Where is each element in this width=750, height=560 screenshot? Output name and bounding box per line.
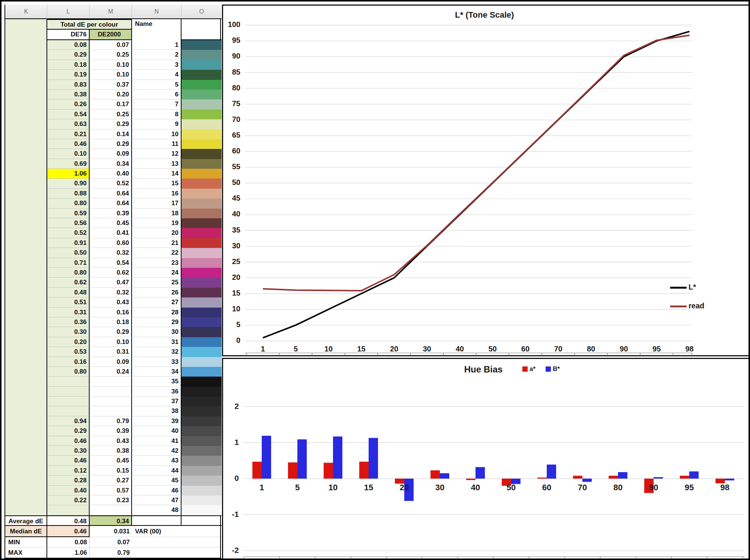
- cell-name-10[interactable]: 10: [132, 129, 182, 139]
- cell-name-22[interactable]: 22: [132, 248, 182, 258]
- color-swatch-30[interactable]: [182, 327, 222, 337]
- cell-name-38[interactable]: 38: [132, 406, 182, 416]
- min-de2000[interactable]: 0.07: [90, 537, 132, 548]
- cell-de2000-37[interactable]: [90, 396, 132, 406]
- swatch-header-cell[interactable]: [182, 19, 222, 40]
- cell-de76-48[interactable]: [47, 505, 90, 515]
- color-swatch-26[interactable]: [182, 288, 222, 297]
- cell-name-26[interactable]: 26: [132, 288, 182, 297]
- cell-name-36[interactable]: 36: [132, 387, 182, 396]
- cell-de76-38[interactable]: [47, 406, 90, 416]
- cell-de2000-43[interactable]: 0.45: [90, 456, 132, 465]
- cell-name-21[interactable]: 21: [132, 238, 182, 248]
- color-swatch-46[interactable]: [182, 486, 222, 495]
- cell-de76-36[interactable]: [47, 387, 90, 396]
- cell-name-6[interactable]: 6: [132, 90, 182, 99]
- color-swatch-16[interactable]: [182, 189, 222, 198]
- color-swatch-21[interactable]: [182, 238, 222, 248]
- max-spacer-o[interactable]: [182, 548, 222, 558]
- cell-de76-37[interactable]: [47, 396, 90, 406]
- cell-de76-9[interactable]: 0.63: [47, 119, 90, 129]
- cell-de76-21[interactable]: 0.91: [47, 238, 90, 248]
- cell-de76-23[interactable]: 0.71: [47, 258, 90, 268]
- cell-name-45[interactable]: 45: [132, 476, 182, 485]
- cell-de76-41[interactable]: 0.46: [47, 436, 90, 446]
- cell-de2000-26[interactable]: 0.32: [90, 288, 132, 297]
- cell-de76-27[interactable]: 0.51: [47, 297, 90, 307]
- color-swatch-33[interactable]: [182, 357, 222, 367]
- cell-de2000-40[interactable]: 0.39: [90, 426, 132, 436]
- cell-de76-44[interactable]: 0.12: [47, 466, 90, 476]
- cell-name-20[interactable]: 20: [132, 228, 182, 238]
- cell-de2000-19[interactable]: 0.45: [90, 218, 132, 228]
- cell-de76-34[interactable]: 0.80: [47, 367, 90, 377]
- cell-de76-28[interactable]: 0.31: [47, 308, 90, 317]
- color-swatch-15[interactable]: [182, 179, 222, 188]
- de76-header[interactable]: DE76: [47, 30, 90, 40]
- average-label[interactable]: Average dE: [5, 515, 47, 526]
- cell-de76-33[interactable]: 0.16: [47, 357, 90, 367]
- cell-de76-11[interactable]: 0.46: [47, 139, 90, 149]
- min-spacer[interactable]: [132, 537, 182, 548]
- cell-de2000-8[interactable]: 0.25: [90, 110, 132, 119]
- min-de76[interactable]: 0.08: [47, 537, 90, 548]
- median-spacer-o[interactable]: [182, 526, 222, 537]
- color-swatch-43[interactable]: [182, 456, 222, 465]
- median-de2000[interactable]: 0.031: [90, 526, 132, 537]
- cell-de2000-33[interactable]: 0.09: [90, 357, 132, 367]
- cell-name-3[interactable]: 3: [132, 60, 182, 70]
- cell-de2000-18[interactable]: 0.39: [90, 209, 132, 218]
- cell-de76-20[interactable]: 0.52: [47, 228, 90, 238]
- cell-de2000-15[interactable]: 0.52: [90, 179, 132, 188]
- color-swatch-13[interactable]: [182, 159, 222, 169]
- cell-name-28[interactable]: 28: [132, 308, 182, 317]
- cell-de2000-3[interactable]: 0.10: [90, 60, 132, 70]
- color-swatch-10[interactable]: [182, 129, 222, 139]
- cell-de2000-39[interactable]: 0.79: [90, 416, 132, 426]
- color-swatch-36[interactable]: [182, 387, 222, 396]
- cell-de76-3[interactable]: 0.18: [47, 60, 90, 70]
- cell-de76-2[interactable]: 0.29: [47, 50, 90, 60]
- cell-de76-5[interactable]: 0.83: [47, 80, 90, 90]
- cell-name-30[interactable]: 30: [132, 327, 182, 337]
- cell-name-13[interactable]: 13: [132, 159, 182, 169]
- color-swatch-4[interactable]: [182, 70, 222, 80]
- cell-de2000-44[interactable]: 0.15: [90, 466, 132, 476]
- cell-de76-31[interactable]: 0.20: [47, 337, 90, 347]
- color-swatch-38[interactable]: [182, 406, 222, 416]
- cell-de76-13[interactable]: 0.69: [47, 159, 90, 169]
- cell-de76-18[interactable]: 0.59: [47, 209, 90, 218]
- cell-de2000-9[interactable]: 0.29: [90, 119, 132, 129]
- name-header[interactable]: Name: [132, 19, 182, 30]
- cell-name-37[interactable]: 37: [132, 396, 182, 406]
- cell-name-16[interactable]: 16: [132, 189, 182, 198]
- cell-de2000-48[interactable]: [90, 505, 132, 515]
- cell-de2000-46[interactable]: 0.57: [90, 486, 132, 495]
- cell-de76-35[interactable]: [47, 377, 90, 386]
- cell-de76-6[interactable]: 0.38: [47, 90, 90, 99]
- cell-de76-19[interactable]: 0.56: [47, 218, 90, 228]
- cell-de76-4[interactable]: 0.19: [47, 70, 90, 80]
- color-swatch-47[interactable]: [182, 495, 222, 505]
- color-swatch-20[interactable]: [182, 228, 222, 238]
- cell-de76-32[interactable]: 0.53: [47, 347, 90, 357]
- color-swatch-37[interactable]: [182, 396, 222, 406]
- cell-name-46[interactable]: 46: [132, 486, 182, 495]
- cell-de76-43[interactable]: 0.46: [47, 456, 90, 465]
- color-swatch-18[interactable]: [182, 209, 222, 218]
- cell-de76-22[interactable]: 0.50: [47, 248, 90, 258]
- color-swatch-11[interactable]: [182, 139, 222, 149]
- cell-de2000-35[interactable]: [90, 377, 132, 386]
- color-swatch-24[interactable]: [182, 268, 222, 278]
- cell-name-19[interactable]: 19: [132, 218, 182, 228]
- cell-de2000-20[interactable]: 0.41: [90, 228, 132, 238]
- cell-de2000-31[interactable]: 0.10: [90, 337, 132, 347]
- median-label[interactable]: Median dE: [5, 526, 47, 537]
- cell-de2000-11[interactable]: 0.29: [90, 139, 132, 149]
- median-de76[interactable]: 0.46: [47, 526, 90, 537]
- cell-name-29[interactable]: 29: [132, 317, 182, 327]
- cell-name-17[interactable]: 17: [132, 198, 182, 208]
- cell-name-27[interactable]: 27: [132, 297, 182, 307]
- color-swatch-34[interactable]: [182, 367, 222, 377]
- column-header-o[interactable]: O: [182, 5, 222, 19]
